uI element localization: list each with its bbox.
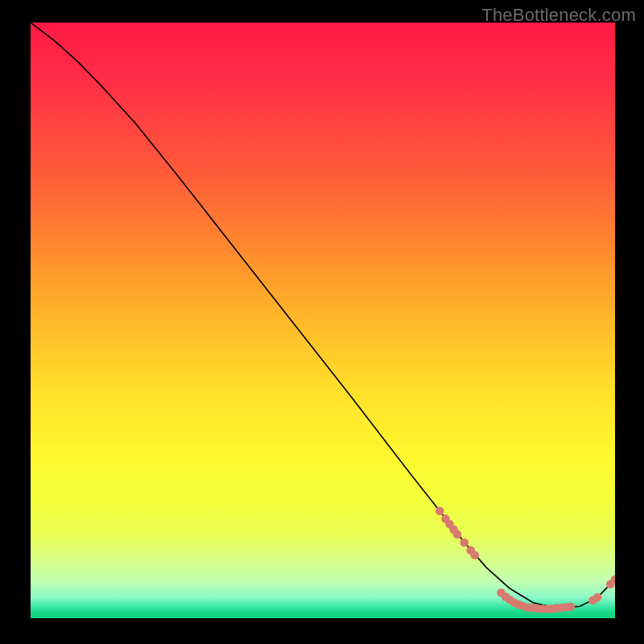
chart-marker [497,588,506,597]
chart-frame: TheBottleneck.com [0,0,644,644]
chart-marker [519,602,528,611]
chart-markers [436,507,615,613]
chart-marker [449,525,458,534]
chart-marker [460,539,469,547]
chart-marker [543,605,552,613]
chart-marker [562,603,571,612]
chart-marker [436,507,444,516]
chart-marker [534,605,543,613]
chart-marker [547,605,556,613]
chart-marker [539,605,547,613]
chart-marker [510,599,519,608]
chart-marker [515,601,524,609]
chart-marker [466,546,475,555]
chart-marker [606,580,615,589]
chart-line [31,23,615,608]
chart-marker [453,530,462,539]
chart-marker [441,514,450,523]
chart-marker [567,602,576,611]
chart-marker [557,604,566,613]
chart-marker [552,604,561,613]
chart-marker [445,520,454,529]
chart-marker [524,603,533,612]
chart-marker [593,593,602,602]
chart-overlay-svg [31,23,615,618]
chart-marker [506,596,514,605]
chart-marker [471,551,480,559]
chart-marker [529,604,538,613]
chart-marker [588,597,597,605]
watermark-text: TheBottleneck.com [481,5,636,26]
chart-marker [611,576,615,584]
plot-area [31,23,615,618]
chart-marker [502,592,510,601]
